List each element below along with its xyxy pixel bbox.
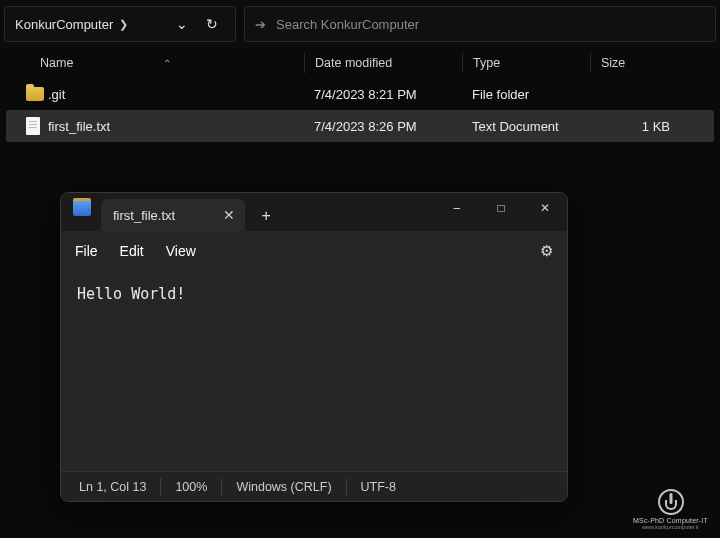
notepad-window: first_file.txt ✕ + ‒ □ ✕ File Edit View … (60, 192, 568, 502)
folder-icon (26, 87, 44, 101)
row-date: 7/4/2023 8:21 PM (304, 87, 462, 102)
notepad-tab-title: first_file.txt (113, 208, 175, 223)
row-date: 7/4/2023 8:26 PM (304, 119, 462, 134)
row-size: 1 KB (590, 119, 670, 134)
notepad-statusbar: Ln 1, Col 13 100% Windows (CRLF) UTF-8 (61, 471, 567, 501)
watermark-line1: MSc-PhD Computer-IT (633, 517, 708, 524)
search-box[interactable]: ➔ (244, 6, 716, 42)
search-input[interactable] (276, 17, 705, 32)
notepad-textarea[interactable]: Hello World! (61, 271, 567, 471)
add-tab-button[interactable]: + (249, 201, 283, 231)
breadcrumb-current[interactable]: KonkurComputer (11, 17, 113, 32)
watermark-logo-icon (658, 489, 684, 515)
status-eol[interactable]: Windows (CRLF) (222, 478, 346, 496)
row-name: .git (48, 87, 304, 102)
menu-edit[interactable]: Edit (120, 243, 144, 259)
file-row-git[interactable]: .git 7/4/2023 8:21 PM File folder (0, 78, 720, 110)
notepad-titlebar[interactable]: first_file.txt ✕ + ‒ □ ✕ (61, 193, 567, 231)
close-window-button[interactable]: ✕ (523, 193, 567, 223)
file-row-first-file[interactable]: first_file.txt 7/4/2023 8:26 PM Text Doc… (6, 110, 714, 142)
minimize-button[interactable]: ‒ (435, 193, 479, 223)
col-date[interactable]: Date modified (304, 53, 462, 73)
row-type: File folder (462, 87, 590, 102)
menu-view[interactable]: View (166, 243, 196, 259)
sort-caret-icon: ⌃ (163, 58, 171, 69)
chevron-down-icon[interactable]: ⌄ (168, 10, 196, 38)
row-type: Text Document (462, 119, 590, 134)
close-tab-icon[interactable]: ✕ (223, 207, 235, 223)
notepad-appicon (73, 198, 91, 216)
col-type[interactable]: Type (462, 53, 590, 73)
watermark-line2: www.konkurcomputer.ir (633, 524, 708, 530)
explorer-topbar: KonkurComputer ❯ ⌄ ↻ ➔ (0, 0, 720, 48)
notepad-menubar: File Edit View ⚙ (61, 231, 567, 271)
status-zoom[interactable]: 100% (161, 478, 222, 496)
status-encoding[interactable]: UTF-8 (347, 478, 410, 496)
search-icon: ➔ (255, 17, 266, 32)
column-headers: Name ⌃ Date modified Type Size (0, 48, 720, 78)
maximize-button[interactable]: □ (479, 193, 523, 223)
row-name: first_file.txt (48, 119, 304, 134)
chevron-right-icon[interactable]: ❯ (119, 18, 128, 31)
window-controls: ‒ □ ✕ (435, 193, 567, 223)
gear-icon[interactable]: ⚙ (540, 242, 553, 260)
col-name-label: Name (40, 56, 73, 70)
notepad-tab[interactable]: first_file.txt ✕ (101, 199, 245, 231)
menu-file[interactable]: File (75, 243, 98, 259)
refresh-icon[interactable]: ↻ (198, 10, 226, 38)
status-position: Ln 1, Col 13 (79, 478, 161, 496)
col-size[interactable]: Size (590, 53, 670, 73)
col-name[interactable]: Name ⌃ (40, 56, 304, 70)
breadcrumb-box[interactable]: KonkurComputer ❯ ⌄ ↻ (4, 6, 236, 42)
watermark: MSc-PhD Computer-IT www.konkurcomputer.i… (633, 489, 708, 530)
file-icon (26, 117, 40, 135)
